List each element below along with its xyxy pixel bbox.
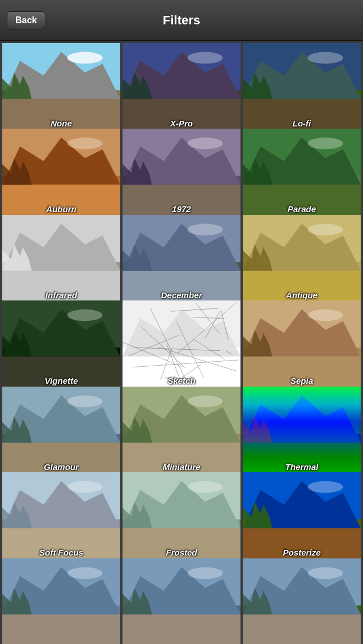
filter-item-row7b[interactable] [123, 558, 240, 644]
header: Back Filters [0, 0, 363, 41]
svg-rect-12 [243, 99, 361, 132]
filter-item-row7a[interactable] [2, 558, 120, 644]
filter-item-auburn[interactable]: Auburn [2, 129, 120, 217]
filter-item-miniature[interactable]: Miniature [123, 387, 240, 475]
filter-item-none[interactable]: None [2, 43, 120, 132]
svg-rect-73 [243, 357, 361, 389]
back-button[interactable]: Back [7, 11, 45, 29]
svg-rect-83 [123, 442, 240, 474]
svg-point-43 [307, 223, 343, 235]
svg-point-29 [307, 138, 343, 150]
svg-point-19 [67, 138, 102, 150]
svg-point-80 [67, 395, 102, 407]
svg-rect-46 [2, 357, 120, 389]
svg-rect-78 [2, 442, 120, 474]
svg-line-67 [132, 360, 239, 367]
svg-rect-90 [243, 387, 361, 475]
filter-item-antique[interactable]: Antique [243, 215, 361, 303]
svg-line-65 [167, 365, 201, 388]
svg-point-14 [307, 52, 343, 64]
svg-rect-2 [2, 99, 120, 132]
svg-rect-41 [243, 271, 361, 303]
svg-rect-98 [123, 528, 240, 561]
filter-item-xpro[interactable]: X-Pro [123, 43, 240, 132]
filter-item-softfocus[interactable]: Soft Focus [2, 472, 120, 561]
svg-rect-118 [243, 614, 361, 644]
page-title: Filters [163, 13, 200, 28]
svg-point-38 [187, 223, 222, 235]
filter-item-parade[interactable]: Parade [243, 129, 361, 217]
svg-rect-103 [243, 528, 361, 561]
svg-rect-108 [2, 614, 120, 644]
filter-item-vignette[interactable]: Vignette [2, 300, 120, 389]
svg-point-4 [67, 52, 102, 64]
svg-point-110 [67, 567, 102, 579]
filter-item-frosted[interactable]: Frosted [123, 472, 240, 561]
svg-point-115 [187, 567, 222, 579]
svg-point-85 [187, 395, 222, 407]
svg-line-51 [163, 378, 190, 379]
filter-item-lofi[interactable]: Lo-fi [243, 43, 361, 132]
filter-item-december[interactable]: December [123, 215, 240, 303]
filter-item-glamour[interactable]: Glamour [2, 387, 120, 475]
filter-item-row7c[interactable] [243, 558, 361, 644]
svg-rect-27 [243, 185, 361, 217]
svg-rect-36 [123, 271, 240, 303]
filters-grid: NoneX-ProLo-fiAuburn1972ParadeInfraredDe… [0, 41, 363, 644]
svg-rect-7 [123, 99, 240, 132]
svg-rect-17 [2, 185, 120, 217]
filter-item-infrared[interactable]: Infrared [2, 215, 120, 303]
svg-rect-32 [2, 271, 120, 303]
svg-point-120 [307, 567, 343, 579]
filter-item-thermal[interactable]: Thermal [243, 387, 361, 475]
filter-item-posterize[interactable]: Posterize [243, 472, 361, 561]
svg-point-9 [187, 52, 222, 64]
filter-item-sketch[interactable]: Sketch [123, 300, 240, 389]
svg-rect-22 [123, 185, 240, 217]
svg-rect-113 [123, 614, 240, 644]
svg-point-75 [307, 310, 343, 321]
svg-rect-93 [2, 528, 120, 561]
svg-point-48 [67, 310, 102, 321]
svg-point-105 [307, 481, 343, 493]
svg-point-24 [187, 138, 222, 150]
svg-point-100 [187, 481, 222, 493]
svg-point-95 [67, 481, 102, 493]
filter-item-sepia[interactable]: Sepia [243, 300, 361, 389]
filter-item-1972[interactable]: 1972 [123, 129, 240, 217]
